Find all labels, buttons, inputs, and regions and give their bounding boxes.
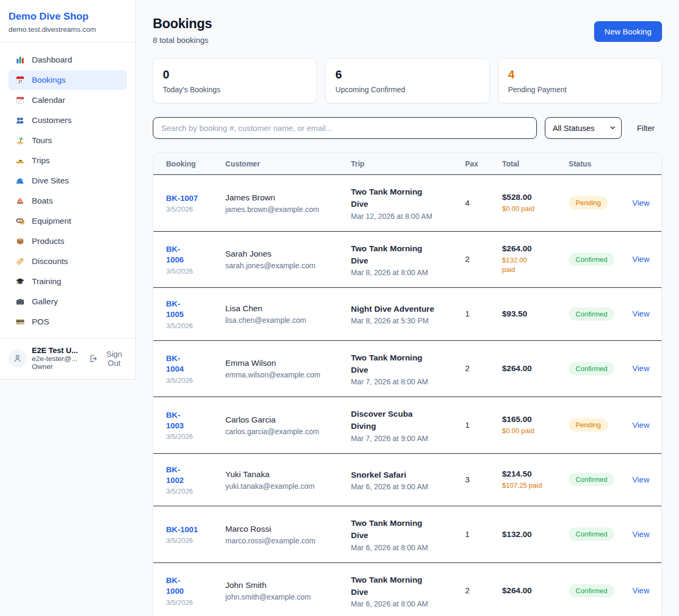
pax-count: 2 bbox=[465, 364, 490, 373]
status-badge: Confirmed bbox=[569, 362, 614, 375]
customer-name: Lisa Chen bbox=[225, 303, 338, 314]
sidebar-item-label: POS bbox=[32, 317, 49, 327]
view-link[interactable]: View bbox=[632, 254, 649, 263]
booking-id-link[interactable]: BK-1007 bbox=[166, 193, 198, 204]
customer-name: Carlos Garcia bbox=[225, 415, 338, 426]
shop-name: Demo Dive Shop bbox=[8, 11, 125, 22]
sidebar-item-tours[interactable]: Tours bbox=[8, 130, 127, 151]
sidebar: Demo Dive Shop demo.test.divestreams.com… bbox=[0, 0, 136, 616]
booking-id-link[interactable]: BK-1001 bbox=[166, 524, 198, 535]
filter-button[interactable]: Filter bbox=[630, 124, 662, 133]
sidebar-item-bookings[interactable]: 17Bookings bbox=[8, 70, 127, 90]
total-amount: $93.50 bbox=[502, 309, 556, 319]
new-booking-button[interactable]: New Booking bbox=[594, 21, 662, 42]
sidebar-item-label: Equipment bbox=[32, 216, 71, 226]
view-link[interactable]: View bbox=[632, 198, 649, 207]
booking-date: 3/5/2026 bbox=[166, 322, 213, 330]
total-amount: $264.00 bbox=[502, 244, 556, 253]
page-subtitle: 8 total bookings bbox=[153, 36, 212, 45]
sidebar-item-calendar[interactable]: Calendar bbox=[8, 90, 127, 110]
search-input[interactable] bbox=[153, 117, 537, 139]
status-select-wrap: All Statuses bbox=[545, 117, 622, 139]
trip-name: Two Tank Morning Dive bbox=[351, 186, 452, 210]
avatar bbox=[8, 349, 27, 367]
status-select[interactable]: All Statuses bbox=[545, 117, 622, 139]
view-link[interactable]: View bbox=[632, 475, 649, 484]
customer-name: Emma Wilson bbox=[225, 358, 338, 369]
main-content: Bookings 8 total bookings New Booking 0T… bbox=[136, 0, 679, 616]
sign-out-label: Sign Out bbox=[101, 349, 127, 367]
booking-id-link[interactable]: BK- 1002 bbox=[166, 464, 184, 486]
pax-count: 1 bbox=[465, 530, 490, 539]
shop-domain: demo.test.divestreams.com bbox=[8, 25, 125, 33]
sidebar-item-dive-sites[interactable]: Dive Sites bbox=[8, 171, 127, 191]
sidebar-item-products[interactable]: Products bbox=[8, 231, 127, 251]
customer-name: Sarah Jones bbox=[225, 249, 338, 260]
status-badge: Pending bbox=[569, 418, 608, 432]
total-amount: $165.00 bbox=[502, 415, 556, 424]
trip-datetime: Mar 6, 2026 at 9:00 AM bbox=[351, 482, 452, 491]
stats-row: 0Today's Bookings6Upcoming Confirmed4Pen… bbox=[153, 58, 662, 103]
sidebar-item-training[interactable]: Training bbox=[8, 271, 127, 292]
pax-count: 1 bbox=[465, 420, 490, 430]
table-body: BK-10073/5/2026James Brownjames.brown@ex… bbox=[153, 175, 661, 616]
stat-label: Pending Payment bbox=[508, 85, 652, 94]
view-link[interactable]: View bbox=[632, 364, 649, 373]
view-link[interactable]: View bbox=[632, 586, 649, 595]
sidebar-item-gallery[interactable]: Gallery bbox=[8, 292, 127, 312]
pax-count: 3 bbox=[465, 475, 490, 485]
trip-name: Discover Scuba Diving bbox=[351, 408, 452, 433]
tear-calendar-icon bbox=[15, 95, 25, 105]
sidebar-item-equipment[interactable]: Equipment bbox=[8, 211, 127, 231]
booking-row: BK- 10043/5/2026Emma Wilsonemma.wilson@e… bbox=[153, 340, 661, 397]
customer-email: yuki.tanaka@example.com bbox=[225, 482, 338, 490]
sidebar-item-label: Bookings bbox=[32, 75, 66, 85]
camera-icon bbox=[15, 297, 25, 306]
view-link[interactable]: View bbox=[632, 309, 649, 318]
view-link[interactable]: View bbox=[632, 530, 649, 539]
booking-id-link[interactable]: BK- 1005 bbox=[166, 298, 184, 320]
booking-row: BK-10073/5/2026James Brownjames.brown@ex… bbox=[153, 175, 661, 232]
booking-id-link[interactable]: BK- 1006 bbox=[166, 244, 184, 266]
view-link[interactable]: View bbox=[632, 420, 649, 429]
page-title: Bookings bbox=[153, 16, 212, 31]
sidebar-nav: Dashboard17BookingsCalendarCustomersTour… bbox=[0, 42, 135, 338]
sidebar-item-boats[interactable]: Boats bbox=[8, 191, 127, 211]
sidebar-item-trips[interactable]: Trips bbox=[8, 151, 127, 171]
stat-card-today-s-bookings: 0Today's Bookings bbox=[153, 58, 317, 103]
booking-date: 3/5/2026 bbox=[166, 376, 213, 384]
trip-datetime: Mar 12, 2026 at 8:00 AM bbox=[351, 212, 452, 221]
total-amount: $528.00 bbox=[502, 192, 556, 202]
sidebar-item-customers[interactable]: Customers bbox=[8, 110, 127, 130]
sailboat-icon bbox=[15, 196, 25, 206]
pax-count: 2 bbox=[465, 254, 490, 264]
speedboat-icon bbox=[15, 156, 25, 165]
trip-datetime: Mar 8, 2026 at 5:30 PM bbox=[351, 316, 452, 325]
column-header-customer: Customer bbox=[219, 153, 345, 175]
column-header-trip: Trip bbox=[344, 153, 458, 175]
status-badge: Confirmed bbox=[569, 584, 614, 597]
table-header: BookingCustomerTripPaxTotalStatus bbox=[153, 153, 661, 175]
sidebar-item-label: Tours bbox=[32, 136, 52, 145]
paid-amount: $0.00 paid bbox=[502, 426, 556, 436]
sidebar-item-discounts[interactable]: Discounts bbox=[8, 251, 127, 271]
customer-email: marco.rossi@example.com bbox=[225, 536, 338, 545]
tag-icon bbox=[15, 257, 25, 266]
wave-icon bbox=[15, 176, 25, 186]
booking-date: 3/5/2026 bbox=[166, 487, 213, 495]
column-header-booking: Booking bbox=[153, 153, 219, 175]
customer-email: lisa.chen@example.com bbox=[225, 316, 338, 324]
booking-id-link[interactable]: BK- 1003 bbox=[166, 410, 184, 432]
booking-id-link[interactable]: BK- 1000 bbox=[166, 575, 184, 597]
person-icon bbox=[13, 354, 22, 363]
sidebar-item-dashboard[interactable]: Dashboard bbox=[8, 50, 127, 70]
bookings-table-card: BookingCustomerTripPaxTotalStatus BK-100… bbox=[153, 153, 662, 616]
column-header-pax: Pax bbox=[459, 153, 496, 175]
sidebar-item-pos[interactable]: POS bbox=[8, 312, 127, 332]
column-header-view bbox=[626, 153, 661, 175]
total-amount: $214.50 bbox=[502, 469, 556, 479]
paid-amount: $0.00 paid bbox=[502, 204, 556, 214]
customer-email: james.brown@example.com bbox=[225, 205, 338, 214]
sign-out-button[interactable]: Sign Out bbox=[89, 349, 127, 367]
booking-id-link[interactable]: BK- 1004 bbox=[166, 353, 184, 375]
